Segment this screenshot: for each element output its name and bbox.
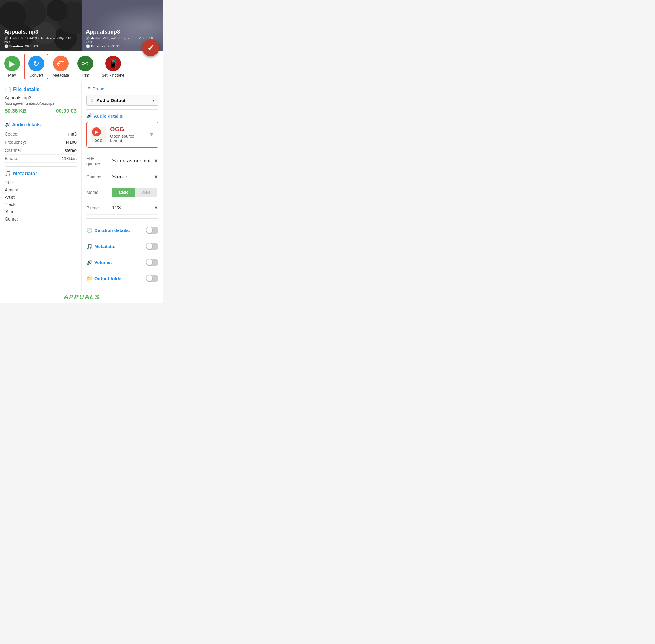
toolbar-play[interactable]: ▶ Play xyxy=(0,54,24,79)
preset-label-container: 🖥 Preset: xyxy=(87,86,107,91)
metadata-toggle-knob xyxy=(146,243,153,249)
channel-row: Channel: Stereo ▼ xyxy=(87,170,159,184)
left-title: Appuals.mp3 xyxy=(4,29,77,35)
mode-label: Mode: xyxy=(87,190,112,195)
toolbar-metadata[interactable]: 🏷 Metadata xyxy=(48,54,73,79)
codec-label: Codec: xyxy=(5,132,18,136)
left-duration-value: 00:00:03 xyxy=(25,44,38,48)
frequency-value-left: 44100 xyxy=(65,140,76,144)
preset-label: Preset: xyxy=(93,86,107,91)
duration-details-label: Duration details: xyxy=(94,228,130,233)
vbr-button[interactable]: VBR xyxy=(135,187,157,197)
format-label-ogg: OGG xyxy=(95,139,102,142)
header-row: Appuals.mp3 🔊 Audio: MP3, 44100 Hz, ster… xyxy=(0,0,163,51)
output-folder-toggle[interactable] xyxy=(146,275,159,282)
play-label: Play xyxy=(8,73,16,77)
meta-title: Title: xyxy=(5,179,76,186)
metadata-left-header: 🎵 Metadata: xyxy=(5,170,76,177)
metadata-right-row: 🎵 Metadata: xyxy=(87,238,159,254)
right-panel: 🖥 Preset: 🖥 Audio Output ▼ 🔊 Audio detai… xyxy=(81,82,163,291)
watermark-suffix: PPUALS xyxy=(69,293,99,301)
volume-toggle[interactable] xyxy=(146,259,159,266)
detail-row-frequency: Frequency: 44100 xyxy=(5,138,76,146)
duration-toggle[interactable] xyxy=(146,227,159,234)
mode-toggle: CBR VBR xyxy=(112,187,157,197)
output-folder-icon: 📁 xyxy=(87,276,93,281)
audio-right-icon: 🔊 xyxy=(87,113,92,119)
frequency-value[interactable]: Same as original ▼ xyxy=(112,158,159,164)
mode-row: Mode: CBR VBR xyxy=(87,184,159,201)
frequency-arrow: ▼ xyxy=(154,158,159,164)
detail-row-channel: Channel: stereo xyxy=(5,146,76,155)
bitrate-value-container[interactable]: 128 ▼ xyxy=(112,205,159,211)
play-icon: ▶ xyxy=(4,56,20,71)
format-icon-container: ▶ OGG xyxy=(91,127,107,142)
preset-select-value: Audio Output xyxy=(96,98,125,103)
duration-details-row: 🕐 Duration details: xyxy=(87,222,159,238)
channel-value-left: stereo xyxy=(65,148,76,153)
file-name: Appuals.mp3 xyxy=(5,95,76,100)
meta-year: Year: xyxy=(5,208,76,215)
metadata-toggle[interactable] xyxy=(146,243,159,250)
confirm-fab-button[interactable]: ✓ xyxy=(142,39,159,56)
channel-value[interactable]: Stereo ▼ xyxy=(112,174,159,180)
divider-2 xyxy=(5,166,76,167)
metadata-right-icon: 🎵 xyxy=(87,244,93,249)
right-audio-label: 🔊 Audio: xyxy=(86,36,101,40)
file-size: 50.36 KB xyxy=(5,108,27,114)
bitrate-arrow: ▼ xyxy=(154,205,159,210)
right-title: Appuals.mp3 xyxy=(86,29,159,35)
header-left: Appuals.mp3 🔊 Audio: MP3, 44100 Hz, ster… xyxy=(0,0,81,51)
trim-label: Trim xyxy=(81,73,89,77)
file-details-header: 📄 File details xyxy=(5,86,76,93)
divider-right-2 xyxy=(87,218,159,219)
output-folder-row: 📁 Output folder: xyxy=(87,271,159,286)
output-folder-toggle-knob xyxy=(146,275,153,281)
metadata-section-icon: 🎵 xyxy=(5,170,11,177)
toolbar-convert[interactable]: ↻ Convert xyxy=(24,54,48,79)
header-left-info: Appuals.mp3 🔊 Audio: MP3, 44100 Hz, ster… xyxy=(4,29,77,48)
volume-icon: 🔊 xyxy=(87,259,93,265)
toolbar-trim[interactable]: ✂ Trim xyxy=(73,54,97,79)
left-audio-line: 🔊 Audio: MP3, 44100 Hz, stereo, s16p, 11… xyxy=(4,36,77,44)
cbr-button[interactable]: CBR xyxy=(112,187,135,197)
format-description: Open source format xyxy=(110,134,145,143)
preset-select[interactable]: 🖥 Audio Output ▼ xyxy=(87,95,159,106)
left-panel: 📄 File details Appuals.mp3 /storage/emul… xyxy=(0,82,81,291)
detail-row-bitrate: Bitrate: 118kb/s xyxy=(5,155,76,163)
bitrate-label: Bitrate: xyxy=(87,205,112,210)
frequency-label-left: Frequency: xyxy=(5,140,26,144)
format-play-icon: ▶ xyxy=(92,128,101,136)
volume-label: Volume: xyxy=(94,260,112,265)
divider-1 xyxy=(5,118,76,118)
divider-right-1 xyxy=(87,109,159,110)
meta-track: Track: xyxy=(5,201,76,208)
file-duration-left: 00:00:03 xyxy=(56,108,76,114)
duration-toggle-knob xyxy=(146,227,153,233)
audio-details-rows: Codec: mp3 Frequency: 44100 Channel: ste… xyxy=(5,130,76,163)
channel-arrow: ▼ xyxy=(154,174,159,180)
ringtone-label: Set Ringtone xyxy=(101,73,124,77)
format-name: OGG xyxy=(110,126,145,133)
checkmark-icon: ✓ xyxy=(147,43,154,53)
format-box[interactable]: ▶ OGG OGG Open source format ▼ xyxy=(87,122,159,147)
preset-row: 🖥 Preset: xyxy=(87,86,159,91)
toolbar-ringtone[interactable]: 📱 Set Ringtone xyxy=(97,54,128,79)
right-duration-value: 00:00:03 xyxy=(107,44,120,48)
output-folder-label: Output folder: xyxy=(94,276,124,281)
bitrate-label-left: Bitrate: xyxy=(5,156,18,161)
preset-dropdown-arrow: ▼ xyxy=(151,98,155,102)
preset-select-icon: 🖥 xyxy=(90,98,94,103)
audio-icon: 🔊 xyxy=(5,122,10,127)
channel-text: Stereo xyxy=(112,174,127,180)
trim-icon: ✂ xyxy=(77,56,93,71)
meta-genre: Genre: xyxy=(5,215,76,223)
metadata-label: Metadata xyxy=(53,73,69,77)
file-path: /storage/emulated/0/bitstrips xyxy=(5,101,76,106)
toolbar: ▶ Play ↻ Convert 🏷 Metadata ✂ Trim 📱 Set… xyxy=(0,51,163,82)
frequency-label: Fre-quency: xyxy=(87,156,112,166)
volume-toggle-knob xyxy=(146,259,153,265)
format-info: OGG Open source format xyxy=(110,126,145,143)
watermark-prefix: A xyxy=(64,293,69,301)
left-duration-line: 🕐 Duration: 00:00:03 xyxy=(4,44,77,48)
